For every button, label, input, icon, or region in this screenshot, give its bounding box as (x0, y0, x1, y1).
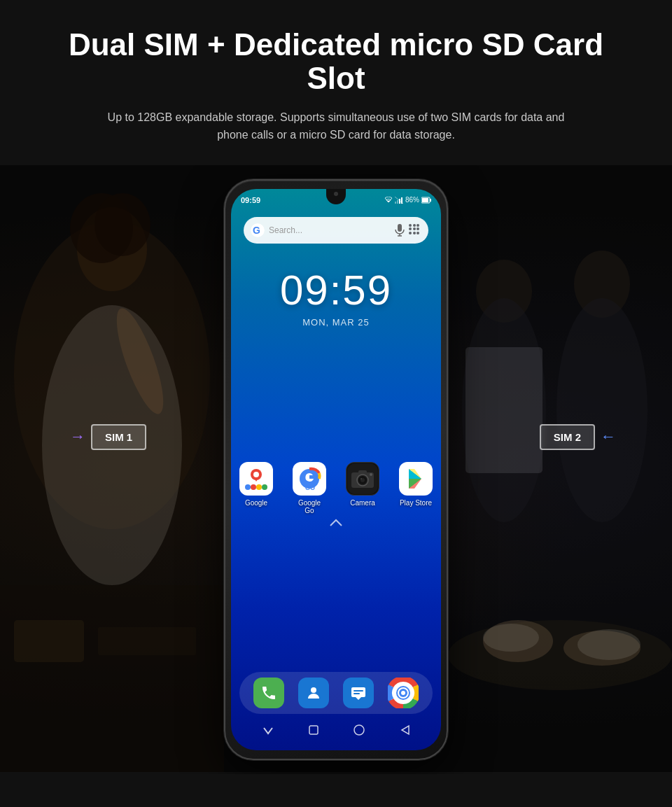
svg-rect-8 (98, 627, 196, 655)
sim2-label: SIM 2 ← (540, 424, 616, 450)
main-scene: → SIM 1 SIM 2 ← 09:59 (0, 165, 672, 774)
svg-point-67 (354, 725, 364, 735)
svg-rect-6 (0, 585, 224, 774)
sim2-arrow: ← (601, 428, 616, 446)
battery-icon (421, 197, 431, 204)
svg-rect-20 (397, 200, 398, 204)
svg-point-37 (251, 484, 256, 490)
app-camera[interactable]: Camera (346, 462, 379, 514)
svg-point-13 (556, 298, 648, 522)
phone-screen: 09:59 (231, 189, 441, 750)
mic-icon[interactable] (395, 224, 405, 237)
svg-point-49 (370, 473, 372, 476)
google-go-label: Google Go (293, 499, 326, 514)
google-go-icon: GO (293, 462, 326, 496)
google-logo: G (251, 223, 265, 237)
app-icons-row: Google GO (231, 462, 441, 514)
clock-display: 09:59 MON, MAR 25 (231, 266, 441, 328)
svg-rect-29 (398, 224, 402, 232)
svg-rect-57 (351, 687, 365, 697)
svg-point-47 (360, 478, 362, 479)
dock-contacts[interactable] (298, 678, 329, 708)
svg-point-18 (578, 629, 640, 660)
svg-point-39 (262, 484, 267, 490)
header-section: Dual SIM + Dedicated micro SD Card Slot … (0, 0, 672, 165)
camera-icon-app (346, 462, 379, 496)
nav-back-triangle[interactable] (392, 717, 417, 743)
svg-rect-66 (309, 726, 318, 734)
dock-phone[interactable] (253, 678, 284, 708)
svg-rect-7 (14, 620, 84, 662)
page-title: Dual SIM + Dedicated micro SD Card Slot (42, 28, 630, 96)
drawer-handle[interactable] (329, 518, 343, 529)
svg-point-3 (94, 193, 150, 256)
sim1-label: → SIM 1 (70, 424, 146, 450)
nav-back[interactable] (255, 717, 281, 743)
left-person-svg (0, 165, 224, 774)
svg-rect-59 (354, 690, 363, 692)
svg-point-36 (245, 484, 251, 490)
svg-rect-19 (395, 202, 396, 204)
svg-rect-48 (358, 470, 367, 474)
dock-messages[interactable] (343, 678, 374, 708)
battery-text: 86% (405, 196, 419, 204)
svg-rect-11 (465, 347, 542, 473)
search-bar[interactable]: G Search... (244, 217, 428, 244)
play-store-icon (399, 462, 433, 496)
svg-rect-60 (354, 693, 360, 694)
header-subtitle: Up to 128GB expandable storage. Supports… (91, 108, 581, 144)
camera-label: Camera (350, 499, 375, 507)
svg-point-17 (483, 624, 539, 652)
svg-rect-26 (422, 198, 428, 202)
bottom-bar (0, 772, 672, 807)
svg-marker-68 (402, 726, 409, 734)
sim1-box: SIM 1 (91, 424, 146, 450)
nav-home[interactable] (346, 717, 372, 743)
left-background (0, 165, 224, 774)
dock-chrome[interactable] (388, 678, 419, 708)
signal-icon (395, 197, 403, 204)
sim2-box: SIM 2 (540, 424, 595, 450)
phone-wrapper: 09:59 (224, 179, 448, 760)
svg-point-14 (448, 620, 672, 690)
sim1-arrow: → (70, 428, 85, 446)
nav-bar (231, 715, 441, 745)
svg-point-35 (253, 472, 259, 477)
front-camera (334, 192, 338, 196)
app-google-go[interactable]: GO Google Go (293, 462, 326, 514)
svg-marker-58 (356, 697, 361, 700)
bottom-dock (239, 672, 433, 714)
play-store-label: Play Store (400, 499, 432, 507)
svg-point-65 (401, 691, 405, 695)
svg-point-38 (256, 484, 262, 490)
svg-text:GO: GO (305, 484, 315, 491)
app-google[interactable]: Google (239, 462, 273, 514)
apps-grid-icon[interactable] (409, 224, 421, 237)
status-icons: 86% (384, 196, 431, 204)
search-placeholder: Search... (269, 225, 391, 235)
clock-date: MON, MAR 25 (231, 317, 441, 328)
svg-text:G: G (253, 225, 260, 236)
status-time: 09:59 (241, 196, 260, 204)
phone-shell: 09:59 (224, 179, 448, 760)
clock-time: 09:59 (231, 266, 441, 314)
right-background (448, 165, 672, 774)
svg-rect-25 (430, 199, 431, 202)
right-person-svg (448, 165, 672, 774)
wifi-icon (384, 197, 393, 204)
google-label: Google (245, 499, 267, 507)
nav-recents[interactable] (301, 717, 326, 743)
svg-point-56 (311, 687, 316, 693)
google-icon (239, 462, 273, 496)
app-play-store[interactable]: Play Store (399, 462, 433, 514)
